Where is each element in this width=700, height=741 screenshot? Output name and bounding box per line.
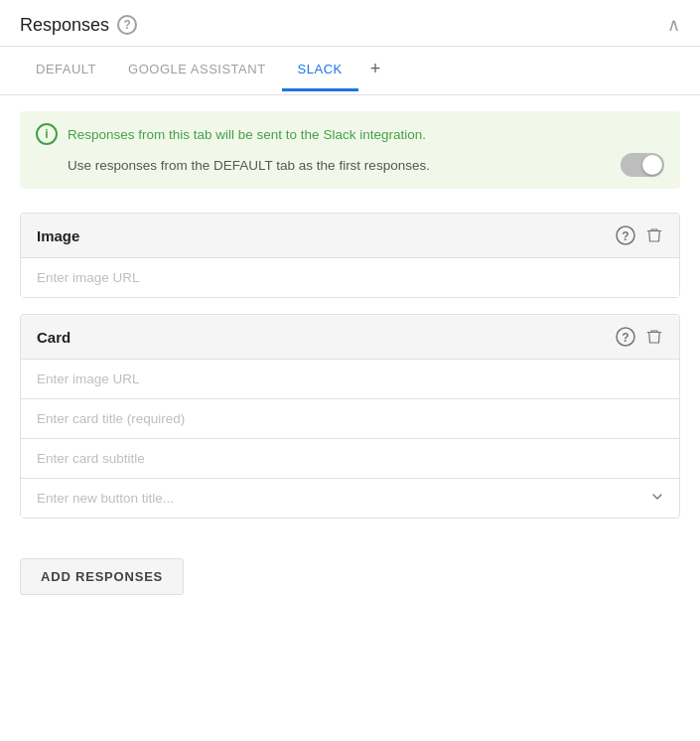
info-green-text: Responses from this tab will be sent to … bbox=[68, 127, 426, 142]
image-card-header: Image ? bbox=[21, 214, 679, 258]
info-icon: i bbox=[36, 123, 58, 145]
svg-text:?: ? bbox=[622, 229, 629, 243]
add-responses-button[interactable]: ADD RESPONSES bbox=[20, 558, 184, 595]
info-banner-bottom: Use responses from the DEFAULT tab as th… bbox=[36, 153, 664, 177]
card-image-url-input[interactable] bbox=[21, 360, 679, 399]
card-card-title: Card bbox=[37, 329, 70, 346]
page-title: Responses bbox=[20, 15, 109, 36]
card-card-help-icon[interactable]: ? bbox=[616, 327, 635, 347]
tab-slack[interactable]: SLACK bbox=[282, 50, 358, 91]
card-button-row bbox=[21, 479, 679, 518]
toggle-thumb bbox=[642, 155, 662, 175]
info-banner-top: i Responses from this tab will be sent t… bbox=[36, 123, 664, 145]
svg-text:?: ? bbox=[622, 331, 629, 345]
card-card-actions: ? bbox=[616, 327, 663, 347]
card-card: Card ? bbox=[20, 314, 680, 519]
tabs-bar: DEFAULT GOOGLE ASSISTANT SLACK + bbox=[0, 47, 700, 95]
image-card-help-icon[interactable]: ? bbox=[616, 225, 635, 245]
chevron-down-icon[interactable] bbox=[649, 489, 679, 509]
card-title-input[interactable] bbox=[21, 399, 679, 439]
image-card: Image ? bbox=[20, 213, 680, 298]
card-button-title-input[interactable] bbox=[21, 479, 649, 518]
tab-default[interactable]: DEFAULT bbox=[20, 50, 112, 91]
image-card-delete-icon[interactable] bbox=[645, 226, 663, 244]
image-url-input[interactable] bbox=[21, 258, 679, 297]
image-card-actions: ? bbox=[616, 225, 663, 245]
card-subtitle-input[interactable] bbox=[21, 439, 679, 479]
info-gray-text: Use responses from the DEFAULT tab as th… bbox=[68, 158, 430, 173]
info-banner: i Responses from this tab will be sent t… bbox=[20, 111, 680, 189]
header-left: Responses ? bbox=[20, 15, 137, 36]
tab-add-button[interactable]: + bbox=[358, 47, 393, 94]
card-card-delete-icon[interactable] bbox=[645, 328, 663, 346]
collapse-icon[interactable]: ∧ bbox=[667, 14, 680, 36]
default-tab-toggle[interactable] bbox=[621, 153, 664, 177]
content-area: Image ? Card bbox=[0, 205, 700, 550]
card-card-header: Card ? bbox=[21, 315, 679, 360]
header-help-icon[interactable]: ? bbox=[117, 15, 137, 35]
tab-google-assistant[interactable]: GOOGLE ASSISTANT bbox=[112, 50, 282, 91]
header: Responses ? ∧ bbox=[0, 0, 700, 47]
image-card-title: Image bbox=[37, 227, 79, 244]
